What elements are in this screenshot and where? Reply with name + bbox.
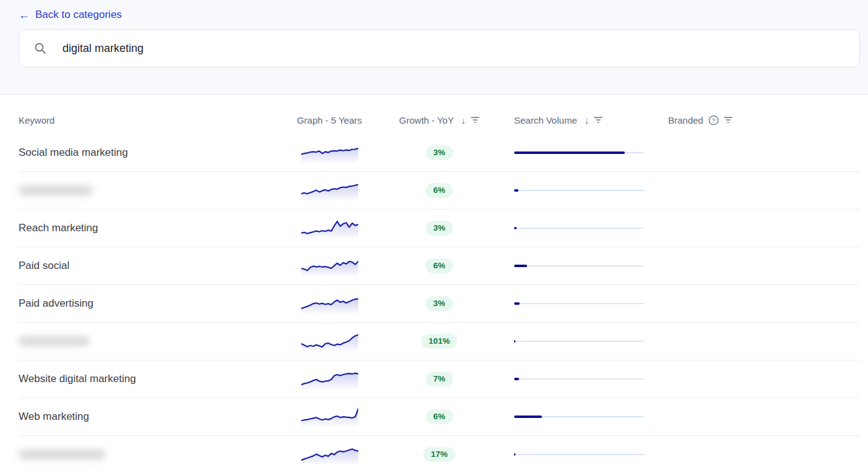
search-input[interactable]: digital marketing — [19, 29, 860, 67]
growth-badge: 6% — [426, 258, 453, 273]
keyword-label: Website digital marketing — [19, 373, 136, 385]
top-section: ← Back to categories digital marketing — [0, 0, 868, 95]
help-icon[interactable]: ? — [708, 115, 719, 126]
filter-icon[interactable] — [724, 116, 733, 124]
back-to-categories-link[interactable]: ← Back to categories — [19, 9, 122, 21]
keyword-label: Paid social — [19, 260, 69, 272]
table-row[interactable]: Paid advertising 3% — [19, 285, 860, 323]
growth-badge: 3% — [426, 221, 453, 236]
growth-cell: 6% — [377, 183, 501, 198]
trend-sparkline — [281, 368, 377, 390]
search-volume-bar — [514, 227, 644, 229]
volume-cell — [501, 227, 650, 229]
search-icon — [34, 42, 46, 54]
blurred-keyword — [19, 450, 105, 459]
volume-bar-track — [514, 454, 644, 455]
table-row[interactable]: 101% — [19, 323, 860, 360]
column-header-branded: Branded ? — [650, 115, 860, 126]
volume-bar-fill — [514, 453, 515, 456]
table-row[interactable]: 17% — [19, 436, 860, 473]
volume-bar-fill — [514, 189, 518, 192]
sort-desc-icon[interactable]: ↓ — [461, 116, 466, 125]
growth-cell: 101% — [377, 334, 501, 349]
volume-cell — [501, 340, 650, 343]
growth-badge: 17% — [423, 447, 455, 462]
growth-header-label: Growth - YoY — [399, 115, 453, 126]
growth-cell: 17% — [377, 447, 501, 462]
growth-cell: 3% — [377, 145, 501, 160]
growth-cell: 3% — [377, 296, 501, 311]
column-header-growth: Growth - YoY ↓ — [377, 115, 501, 126]
keyword-label: Paid advertising — [19, 297, 93, 310]
trend-sparkline — [281, 217, 377, 239]
search-volume-bar — [514, 453, 644, 456]
search-volume-bar — [514, 415, 644, 418]
trend-sparkline — [281, 330, 377, 352]
volume-cell — [501, 415, 650, 418]
keyword-label: Web marketing — [19, 411, 89, 423]
trend-sparkline — [281, 179, 377, 202]
keyword-header-label: Keyword — [19, 115, 54, 126]
growth-badge: 3% — [426, 296, 453, 311]
column-header-keyword: Keyword — [19, 115, 281, 126]
volume-bar-fill — [514, 378, 519, 380]
trend-sparkline — [281, 443, 377, 466]
trend-sparkline — [281, 142, 377, 164]
branded-header-label: Branded — [668, 115, 703, 126]
search-volume-bar — [514, 265, 644, 267]
trend-sparkline — [281, 255, 377, 277]
blurred-keyword — [19, 336, 90, 346]
keyword-cell — [19, 450, 281, 459]
volume-bar-track — [514, 190, 644, 191]
growth-badge: 6% — [426, 409, 453, 424]
volume-bar-fill — [514, 415, 542, 418]
back-link-label: Back to categories — [35, 9, 122, 21]
table-row[interactable]: Paid social 6% — [19, 247, 860, 285]
search-volume-bar — [514, 189, 644, 192]
growth-badge: 101% — [421, 334, 458, 349]
search-value: digital marketing — [62, 42, 144, 55]
volume-bar-fill — [514, 302, 520, 305]
volume-cell — [501, 378, 650, 380]
sort-desc-icon[interactable]: ↓ — [585, 116, 590, 125]
table-row[interactable]: Reach marketing 3% — [19, 210, 860, 247]
volume-cell — [501, 151, 650, 154]
volume-bar-track — [514, 228, 644, 229]
keyword-label: Social media marketing — [19, 147, 128, 159]
keyword-label: Reach marketing — [19, 222, 98, 234]
volume-cell — [501, 453, 650, 456]
volume-bar-fill — [514, 227, 517, 229]
search-volume-bar — [514, 302, 644, 305]
column-header-volume: Search Volume ↓ — [501, 115, 650, 126]
trend-sparkline — [281, 406, 377, 428]
keyword-cell: Social media marketing — [19, 147, 281, 159]
growth-cell: 6% — [377, 258, 501, 273]
keyword-cell: Paid advertising — [19, 297, 281, 310]
growth-badge: 6% — [426, 183, 453, 198]
filter-icon[interactable] — [471, 116, 479, 124]
table-row[interactable]: Website digital marketing 7% — [19, 360, 860, 398]
volume-header-label: Search Volume — [514, 115, 577, 126]
trend-sparkline — [281, 292, 377, 315]
volume-bar-fill — [514, 265, 527, 267]
growth-cell: 7% — [377, 372, 501, 386]
keyword-cell: Reach marketing — [19, 222, 281, 234]
growth-cell: 3% — [377, 221, 501, 236]
arrow-left-icon: ← — [19, 9, 30, 20]
volume-cell — [501, 189, 650, 192]
table-row[interactable]: 6% — [19, 172, 860, 210]
growth-cell: 6% — [377, 409, 501, 424]
filter-icon[interactable] — [594, 116, 603, 124]
search-volume-bar — [514, 340, 644, 343]
growth-badge: 3% — [426, 145, 453, 160]
table-row[interactable]: Social media marketing 3% — [19, 134, 860, 172]
volume-cell — [501, 265, 650, 267]
table-row[interactable]: Web marketing 6% — [19, 398, 860, 436]
keyword-cell: Web marketing — [19, 411, 281, 423]
volume-bar-fill — [514, 151, 625, 154]
volume-bar-fill — [514, 340, 515, 343]
keyword-cell: Paid social — [19, 260, 281, 272]
volume-cell — [501, 302, 650, 305]
volume-bar-track — [514, 378, 644, 380]
search-volume-bar — [514, 151, 644, 154]
